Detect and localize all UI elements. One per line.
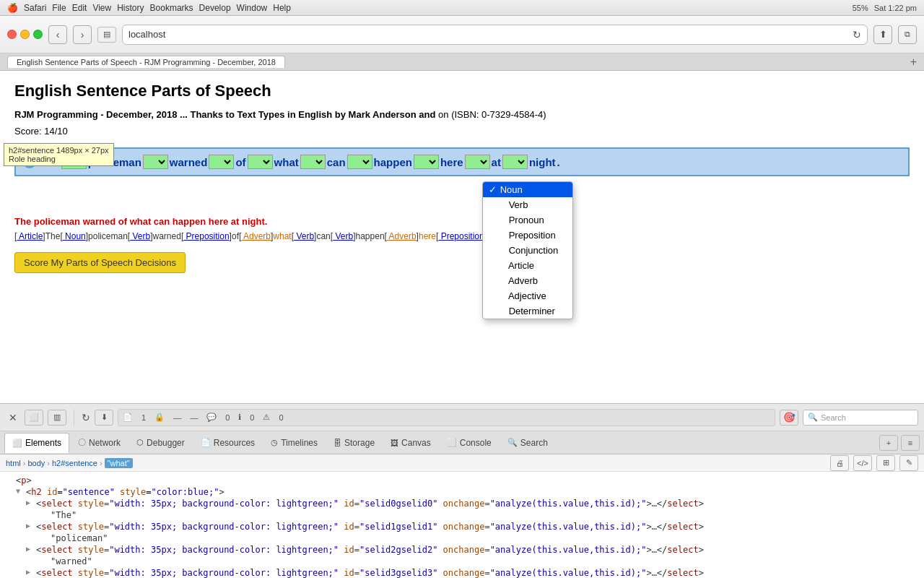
edit-button[interactable]: ✎	[899, 455, 918, 471]
pos-word-here: here	[419, 231, 436, 241]
tab-debugger-label: Debugger	[147, 438, 185, 448]
select0-toggle[interactable]	[26, 499, 36, 506]
word-what: what	[274, 156, 299, 168]
pos-word-warned: warned	[153, 231, 181, 241]
breadcrumb-actions: 🖨 </> ⊞ ✎	[830, 455, 918, 471]
here-select[interactable]	[465, 155, 490, 169]
dropdown-pronoun[interactable]: Pronoun	[483, 212, 572, 228]
title-bar: 🍎 Safari File Edit View History Bookmark…	[0, 0, 924, 16]
close-window-button[interactable]	[7, 30, 17, 39]
progress-warn-count: 0	[279, 413, 283, 422]
what-select[interactable]	[300, 155, 326, 169]
select3-toggle[interactable]	[26, 568, 36, 576]
sentence-row: ✦ The policeman warned of what can happe…	[14, 147, 910, 176]
code-line-text-policeman: "policeman"	[0, 532, 924, 544]
progress-lock2-icon: —	[190, 413, 198, 422]
sidebar-toggle-button[interactable]: ▤	[97, 27, 116, 43]
minimize-window-button[interactable]	[20, 30, 30, 39]
breadcrumb-h2[interactable]: h2#sentence	[52, 459, 97, 467]
code-area[interactable]: <p> <h2 id="sentence" style="color:blue;…	[0, 472, 924, 578]
dropdown-article[interactable]: Article	[483, 258, 572, 273]
select2-toggle[interactable]	[26, 545, 36, 553]
devtools-target-button[interactable]: 🎯	[780, 410, 798, 426]
tab-timelines-label: Timelines	[281, 438, 318, 448]
policeman-select[interactable]	[143, 155, 168, 169]
edit-menu[interactable]: Edit	[72, 3, 87, 13]
warned-select[interactable]	[209, 155, 234, 169]
dropdown-adjective[interactable]: Adjective	[483, 288, 572, 303]
progress-doc-icon: 📄	[123, 413, 133, 422]
select1-toggle[interactable]	[26, 522, 36, 530]
code-line-select1[interactable]: <select style="width: 35px; background-c…	[0, 521, 924, 532]
pos-word-the: The	[45, 231, 61, 241]
dropdown-conjunction[interactable]: Conjunction	[483, 243, 572, 258]
tab-timelines[interactable]: ◷ Timelines	[263, 433, 325, 453]
battery-indicator: 55%	[853, 4, 868, 12]
devtools-reload-button[interactable]: ↻	[82, 412, 90, 423]
history-menu[interactable]: History	[117, 3, 144, 13]
at-select[interactable]	[502, 155, 528, 169]
reload-button[interactable]: ↻	[853, 29, 861, 40]
devtools-split-view-button[interactable]: ▥	[48, 410, 66, 426]
devtools-download-button[interactable]: ⬇	[95, 410, 113, 426]
new-tab-button[interactable]: +	[910, 56, 917, 69]
dropdown-verb[interactable]: Verb	[483, 197, 572, 212]
apple-menu[interactable]: 🍎	[7, 3, 18, 13]
url-bar[interactable]: localhost ↻	[122, 25, 868, 45]
score-display: Score: 14/10	[14, 126, 910, 137]
breadcrumb-html[interactable]: html	[6, 459, 21, 467]
tab-network[interactable]: 〇 Network	[71, 433, 128, 453]
tab-elements[interactable]: ⬜ Elements	[4, 433, 69, 453]
devtools-add-button[interactable]: +	[879, 435, 898, 451]
score-speech-decisions-button[interactable]: Score My Parts of Speech Decisions	[14, 252, 186, 273]
tab-debugger[interactable]: ⬡ Debugger	[129, 433, 192, 453]
timelines-icon: ◷	[271, 438, 278, 447]
breadcrumb-body[interactable]: body	[27, 459, 45, 467]
back-button[interactable]: ‹	[48, 25, 67, 44]
share-button[interactable]: ⬆	[873, 25, 892, 44]
code-line-select0[interactable]: <select style="width: 35px; background-c…	[0, 498, 924, 509]
tab-resources[interactable]: 📄 Resources	[193, 433, 262, 453]
fullscreen-window-button[interactable]	[33, 30, 43, 39]
tab-canvas[interactable]: 🖼 Canvas	[383, 433, 438, 453]
dropdown-noun[interactable]: ✓ Noun	[483, 182, 572, 197]
tab-console[interactable]: ⬜ Console	[440, 433, 499, 453]
element-tooltip: h2#sentence 1489px × 27px Role heading	[4, 143, 114, 166]
view-menu[interactable]: View	[92, 3, 111, 13]
window-menu[interactable]: Window	[237, 3, 268, 13]
print-button[interactable]: 🖨	[830, 455, 849, 471]
devtools-overflow-button[interactable]: ≡	[901, 435, 920, 451]
active-tab[interactable]: English Sentence Parts of Speech - RJM P…	[7, 56, 285, 68]
dropdown-determiner[interactable]: Determiner	[483, 303, 572, 319]
devtools-dock-undock-button[interactable]: ⬜	[25, 410, 43, 426]
dropdown-label-pronoun: Pronoun	[509, 215, 544, 225]
bookmarks-menu[interactable]: Bookmarks	[150, 3, 193, 13]
can-select[interactable]	[347, 155, 372, 169]
devtools-close-button[interactable]: ✕	[6, 412, 20, 423]
dropdown-label-verb: Verb	[509, 199, 528, 210]
grid-view-button[interactable]: ⊞	[876, 455, 895, 471]
h2-toggle[interactable]	[16, 487, 26, 495]
dropdown-adverb[interactable]: Adverb	[483, 273, 572, 288]
file-menu[interactable]: File	[52, 3, 66, 13]
forward-button[interactable]: ›	[73, 25, 92, 44]
safari-menu[interactable]: Safari	[24, 3, 46, 13]
tab-storage[interactable]: 🗄 Storage	[326, 433, 382, 453]
dropdown-preposition[interactable]: Preposition	[483, 228, 572, 243]
code-line-select2[interactable]: <select style="width: 35px; background-c…	[0, 544, 924, 556]
code-line-h2[interactable]: <h2 id="sentence" style="color:blue;">	[0, 486, 924, 498]
code-line-select3[interactable]: <select style="width: 35px; background-c…	[0, 567, 924, 578]
develop-menu[interactable]: Develop	[199, 3, 231, 13]
code-view-button[interactable]: </>	[853, 455, 872, 471]
devtools-search-box[interactable]: 🔍 Search	[803, 410, 918, 426]
pos-dropdown-menu[interactable]: ✓ Noun Verb Pronoun Preposition Conjunct…	[482, 181, 573, 319]
happen-select[interactable]	[414, 155, 439, 169]
new-window-button[interactable]: ⧉	[898, 25, 917, 44]
pos-tag-verb2: Verb	[294, 231, 314, 241]
devtools-panel: ✕ ⬜ ▥ ↻ ⬇ 📄 1 🔒 — — 💬 0 ℹ 0 ⚠ 0 🎯 🔍 Sear…	[0, 403, 924, 578]
clock: Sat 1:22 pm	[874, 4, 917, 12]
tooltip-line1: h2#sentence 1489px × 27px	[9, 146, 109, 155]
tab-search[interactable]: 🔍 Search	[500, 433, 555, 453]
of-select[interactable]	[248, 155, 273, 169]
help-menu[interactable]: Help	[273, 3, 291, 13]
